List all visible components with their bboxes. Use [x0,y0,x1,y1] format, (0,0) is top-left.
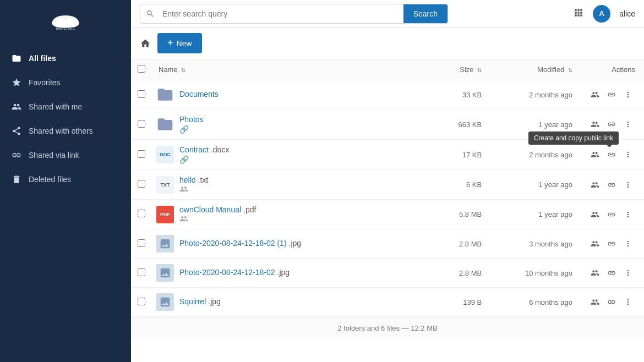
share-users-button[interactable] [588,88,602,101]
share-link-button[interactable] [604,266,619,279]
row-checkbox[interactable] [138,180,145,188]
share-users-button[interactable] [588,295,602,309]
more-options-button[interactable] [621,118,635,131]
action-icons-group [588,208,635,221]
file-meta-icons [179,215,256,223]
user-avatar[interactable]: A [593,5,610,23]
share-users-button[interactable] [588,208,602,221]
file-name-link[interactable]: Photo-2020-08-24-12-18-02.jpg [179,268,290,277]
row-checkbox[interactable] [138,210,145,217]
file-name-link[interactable]: Photo-2020-08-24-12-18-02 (1).jpg [179,239,301,248]
share-link-tooltip-wrap [604,237,619,250]
sidebar-item-shared-link[interactable]: Shared via link [0,143,131,167]
new-button[interactable]: + New [157,33,202,53]
file-icon: DOC [156,146,174,163]
row-checkbox-cell [131,229,152,259]
more-options-button[interactable] [621,178,635,191]
file-name-info: Documents [179,90,219,100]
row-checkbox-cell [131,288,152,317]
select-all-checkbox[interactable] [138,65,145,73]
col-size-header[interactable]: Size ⇅ [428,59,488,80]
sidebar-item-deleted[interactable]: Deleted files [0,167,131,191]
search-icon [140,9,160,18]
search-input[interactable] [160,5,403,23]
action-icons-group [588,88,635,101]
more-options-button[interactable] [621,148,635,161]
col-name-header[interactable]: Name ⇅ [152,59,428,80]
row-actions-cell [579,229,644,259]
sidebar-item-favorites[interactable]: Favorites [0,70,131,95]
share-link-button[interactable] [604,148,619,161]
file-name-link[interactable]: Contract.docx [179,145,229,154]
file-name-link[interactable]: hello.txt [179,175,208,184]
trash-icon [11,174,22,185]
row-name-cell: Photo-2020-08-24-12-18-02 (1).jpg [152,229,428,259]
row-size-cell: 17 KB [428,140,488,170]
row-name-cell: DOC Contract.docx 🔗 [152,140,428,170]
share-link-button[interactable] [604,208,619,221]
link-icon [11,150,22,161]
more-options-button[interactable] [621,295,635,309]
share-users-button[interactable] [588,178,602,191]
table-footer: 2 folders and 6 files — 12.2 MB [131,317,644,339]
sidebar-item-all-files[interactable]: All files [0,46,131,70]
share-link-tooltip-wrap: Create and copy public link [604,148,619,161]
home-button[interactable] [140,38,151,49]
share-users-button[interactable] [588,266,602,279]
sidebar-item-shared-me[interactable]: Shared with me [0,95,131,119]
row-modified-cell: 2 months ago [488,140,579,170]
more-options-button[interactable] [621,266,635,279]
file-icon [156,264,174,282]
share-link-button[interactable] [604,118,619,131]
table-header: Name ⇅ Size ⇅ Modified ⇅ Actions [131,59,644,80]
row-size-cell: 663 KB [428,109,488,140]
file-icon: TXT [156,176,174,194]
row-checkbox[interactable] [138,298,145,305]
main-content: Search A alice + New [131,0,644,362]
toolbar: + New [131,28,644,59]
row-checkbox[interactable] [138,150,145,158]
row-modified-cell: 10 months ago [488,259,579,288]
row-actions-cell [579,170,644,200]
sort-icon: ⇅ [568,67,572,73]
file-name-link[interactable]: ownCloud Manual.pdf [179,205,256,214]
share-users-button[interactable] [588,118,602,131]
sidebar-item-label: Favorites [29,78,61,87]
row-name-cell: Photos 🔗 [152,109,428,140]
share-link-button[interactable] [604,178,619,191]
action-icons-group [588,237,635,250]
row-checkbox[interactable] [138,239,145,247]
more-options-button[interactable] [621,88,635,101]
sidebar-item-label: Shared with others [29,127,93,135]
more-options-button[interactable] [621,237,635,250]
file-name-link[interactable]: Squirrel.jpg [179,297,221,306]
row-modified-cell: 1 year ago [488,170,579,200]
share-link-tooltip-wrap [604,118,619,131]
file-name-info: Photo-2020-08-24-12-18-02 (1).jpg [179,239,301,249]
row-checkbox-cell [131,259,152,288]
file-name-info: Squirrel.jpg [179,297,221,307]
file-name-link[interactable]: Photos [179,115,204,124]
share-link-tooltip-wrap [604,88,619,101]
sidebar-item-shared-others[interactable]: Shared with others [0,119,131,143]
share-users-button[interactable] [588,237,602,250]
col-modified-header[interactable]: Modified ⇅ [488,59,579,80]
sidebar-item-label: All files [29,54,56,63]
share-users-button[interactable] [588,148,602,161]
row-checkbox[interactable] [138,268,145,276]
share-link-button[interactable] [604,237,619,250]
share-link-button[interactable] [604,295,619,309]
table-row: Photos 🔗 663 KB 1 year ago [131,109,644,140]
users-meta-icon [179,185,188,194]
file-name-link[interactable]: Documents [179,90,219,98]
more-options-button[interactable] [621,208,635,221]
sidebar-item-label: Deleted files [29,175,71,184]
row-checkbox[interactable] [138,120,145,128]
username-label[interactable]: alice [619,9,635,18]
table-row: Photo-2020-08-24-12-18-02.jpg 2.8 MB 10 … [131,259,644,288]
row-checkbox[interactable] [138,90,145,98]
share-link-button[interactable] [604,88,619,101]
plus-icon: + [167,37,173,49]
apps-grid-icon[interactable] [573,7,584,20]
search-button[interactable]: Search [403,4,447,23]
